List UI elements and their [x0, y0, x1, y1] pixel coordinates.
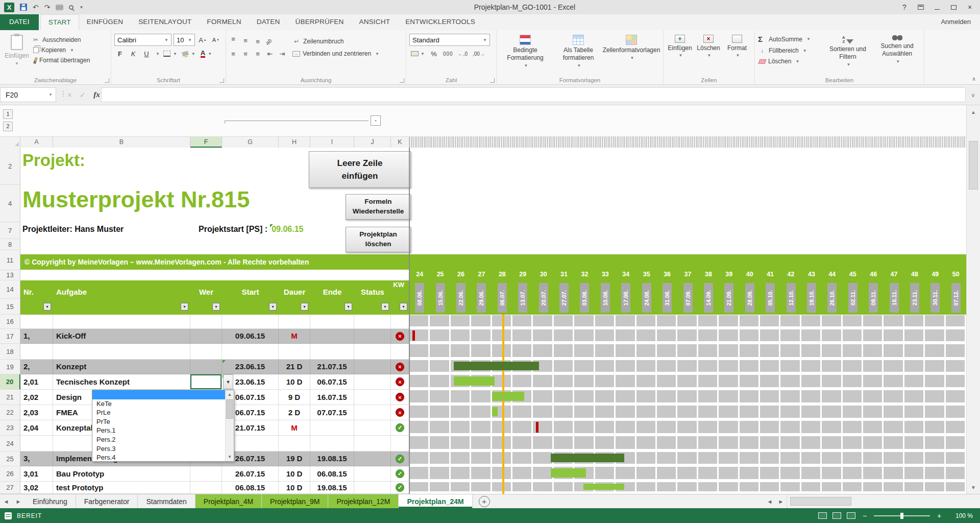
dropdown-item-PrLe[interactable]: PrLe: [92, 408, 225, 417]
cell-I26[interactable]: 06.08.15: [310, 466, 354, 482]
row-header-14[interactable]: 14: [0, 280, 20, 299]
alignment-dialog-launcher[interactable]: [400, 78, 404, 83]
cell-J22[interactable]: [354, 405, 391, 420]
sign-in-link[interactable]: Anmelden: [932, 14, 980, 30]
cell-A23[interactable]: 2,04: [20, 420, 53, 436]
decrease-decimal-button[interactable]: ,00→: [471, 48, 486, 59]
align-center-button[interactable]: ≡: [240, 49, 251, 58]
cell-I24[interactable]: [310, 436, 354, 451]
cell-F17[interactable]: [190, 329, 222, 344]
column-header-H[interactable]: H: [279, 137, 310, 148]
dropdown-item-PrTe[interactable]: PrTe: [92, 417, 225, 426]
cell-K16[interactable]: [391, 315, 409, 329]
column-header-K[interactable]: K: [391, 137, 409, 148]
cell-F27[interactable]: [190, 482, 222, 494]
cell-K18[interactable]: [391, 344, 409, 360]
cell-G16[interactable]: [222, 315, 279, 329]
cell-G18[interactable]: [222, 344, 279, 360]
filter-button-H[interactable]: ▼: [301, 303, 308, 311]
sheet-tab-Projektplan_24M[interactable]: Projektplan_24M: [399, 494, 472, 508]
format-cells-button[interactable]: Format ▼: [723, 32, 751, 76]
dropdown-item-Pers.4[interactable]: Pers.4: [92, 453, 225, 461]
cell-J25[interactable]: [354, 451, 391, 466]
wrap-text-button[interactable]: ↵Zeilenumbruch: [292, 38, 379, 45]
dropdown-scroll-up-arrow[interactable]: ▲: [226, 390, 234, 399]
cell-J20[interactable]: [354, 374, 391, 390]
cell-J21[interactable]: [354, 390, 391, 405]
hscroll-right-arrow[interactable]: ►: [775, 494, 787, 508]
cell-B27[interactable]: test Prototyp: [53, 482, 190, 494]
cell-H23[interactable]: M: [279, 420, 310, 436]
zoom-in-button[interactable]: +: [936, 512, 943, 520]
cell-H26[interactable]: 10 D: [279, 466, 310, 482]
column-header-G[interactable]: G: [222, 137, 279, 148]
top-align-button[interactable]: ≡: [228, 36, 238, 45]
bottom-align-button[interactable]: ≡: [253, 36, 263, 45]
collapse-ribbon-button[interactable]: ∧: [972, 76, 976, 82]
dropdown-scrollbar[interactable]: ▲ ▼: [225, 390, 234, 461]
save-button[interactable]: [20, 3, 27, 12]
restore-formulas-button[interactable]: Formeln Wiederherstelle: [346, 194, 411, 220]
scroll-up-arrow[interactable]: ▲: [967, 105, 980, 118]
paste-button[interactable]: Einfügen ▼: [2, 32, 32, 75]
cell-H19[interactable]: 21 D: [279, 360, 310, 374]
column-header-B[interactable]: B: [53, 137, 190, 148]
horizontal-scrollbar[interactable]: [787, 494, 966, 508]
sheet-tab-Farbgenerator[interactable]: Farbgenerator: [76, 494, 138, 508]
cell-H22[interactable]: 2 D: [279, 405, 310, 420]
filter-button-I[interactable]: ▼: [345, 303, 352, 311]
fill-color-button[interactable]: ▼: [181, 48, 197, 59]
cell-B20[interactable]: Tecnisches Konzept: [53, 374, 190, 390]
qat-customize-button[interactable]: ▼: [79, 3, 83, 12]
cell-J23[interactable]: [354, 420, 391, 436]
name-box[interactable]: F20▼: [0, 87, 56, 102]
conditional-formatting-button[interactable]: Bedingte Formatierung ▼: [499, 32, 552, 76]
outline-level-1-button[interactable]: 1: [3, 109, 13, 119]
clipboard-dialog-launcher[interactable]: [105, 78, 109, 83]
ribbon-tab-ansicht[interactable]: ANSICHT: [352, 14, 398, 30]
cell-F19[interactable]: [190, 360, 222, 374]
cell-K22[interactable]: ×: [391, 405, 409, 420]
ribbon-tab-einfügen[interactable]: EINFÜGEN: [79, 14, 131, 30]
align-left-button[interactable]: ≡: [228, 49, 238, 58]
dropdown-item-Pers.3[interactable]: Pers.3: [92, 444, 225, 454]
close-button[interactable]: ×: [962, 1, 978, 14]
cell-K26[interactable]: ✓: [391, 466, 409, 482]
cell-I27[interactable]: 19.08.15: [310, 482, 354, 494]
fill-button[interactable]: ↓Füllbereich▼: [758, 47, 820, 54]
cell-J19[interactable]: [354, 360, 391, 374]
decrease-indent-button[interactable]: ⇤: [265, 49, 275, 58]
cell-G26[interactable]: 26.07.15: [222, 466, 279, 482]
cell-I17[interactable]: [310, 329, 354, 344]
cell-H18[interactable]: [279, 344, 310, 360]
grow-font-button[interactable]: A▲: [197, 34, 208, 45]
clear-button[interactable]: Löschen▼: [758, 58, 820, 65]
cell-J27[interactable]: [354, 482, 391, 494]
filter-button-J[interactable]: ▼: [381, 303, 389, 311]
find-select-button[interactable]: Suchen und Auswählen ▼: [872, 31, 922, 75]
cell-B26[interactable]: Bau Prototyp: [53, 466, 190, 482]
cell-K27[interactable]: ✓: [391, 482, 409, 494]
cell-H21[interactable]: 9 D: [279, 390, 310, 405]
cell-A25[interactable]: 3,: [20, 451, 53, 466]
zoom-level[interactable]: 100 %: [948, 512, 973, 519]
cell-H24[interactable]: [279, 436, 310, 451]
who-cell-dropdown-button[interactable]: ▼: [223, 374, 233, 389]
cell-J16[interactable]: [354, 315, 391, 329]
collapse-formula-bar-button[interactable]: ∨: [966, 85, 980, 105]
column-header-F[interactable]: F: [190, 137, 222, 148]
sheet-nav-left-button[interactable]: ◄: [0, 494, 12, 508]
ribbon-tab-überprüfen[interactable]: ÜBERPRÜFEN: [287, 14, 351, 30]
italic-button[interactable]: K: [128, 48, 139, 59]
ribbon-tab-daten[interactable]: DATEN: [249, 14, 288, 30]
orientation-button[interactable]: ab: [264, 35, 276, 46]
row-header-15[interactable]: 15: [0, 299, 20, 315]
scroll-down-arrow[interactable]: ▼: [967, 481, 980, 494]
sort-filter-button[interactable]: AZ Sortieren und Filtern ▼: [823, 31, 873, 75]
page-break-view-button[interactable]: [847, 512, 855, 519]
redo-button[interactable]: ↷: [44, 3, 51, 12]
cell-H16[interactable]: [279, 315, 310, 329]
collapse-group-button[interactable]: -: [371, 115, 381, 126]
cell-J18[interactable]: [354, 344, 391, 360]
cell-K20[interactable]: ×: [391, 374, 409, 390]
